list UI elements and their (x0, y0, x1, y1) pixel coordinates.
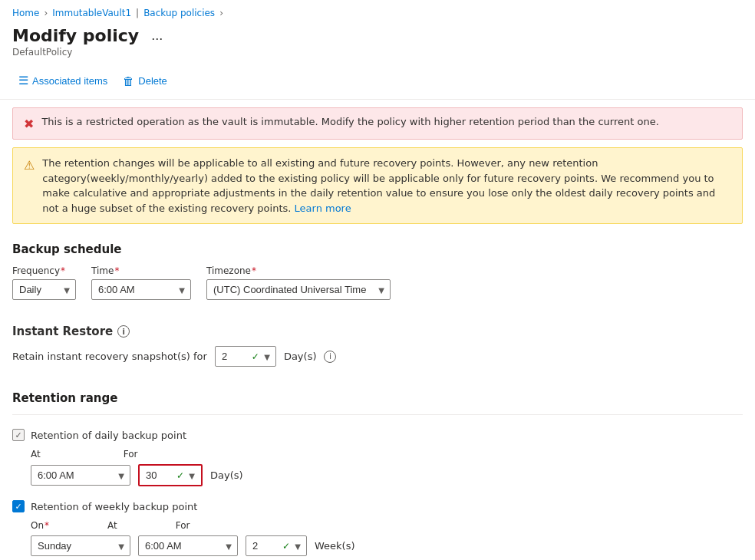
breadcrumb-vault[interactable]: ImmutableVault1 (52, 8, 131, 18)
weekly-on-select-wrapper: Sunday Monday Tuesday Wednesday Thursday… (31, 535, 130, 556)
retention-divider (12, 414, 743, 415)
weekly-retention-section: Retention of weekly backup point On* At … (0, 500, 755, 560)
snapshot-days-wrapper: 1 2 3 4 5 ✓ ▼ (215, 346, 276, 367)
timezone-select-wrapper: (UTC) Coordinated Universal Time (UTC-05… (206, 279, 391, 300)
days-info-icon[interactable]: i (324, 351, 336, 363)
daily-checkbox[interactable] (12, 429, 25, 441)
backup-schedule-section: Backup schedule Frequency* Daily Weekly … (0, 232, 755, 314)
associated-items-label: Associated items (32, 75, 107, 87)
weekly-inputs-row: Sunday Monday Tuesday Wednesday Thursday… (31, 535, 743, 556)
retention-range-title: Retention range (12, 391, 743, 405)
daily-retention-fields: At For 6:00 AM ▼ 30 ✓ ▼ Day(s) (31, 449, 743, 486)
error-icon: ✖ (24, 117, 34, 131)
breadcrumb-backup-policies[interactable]: Backup policies (143, 8, 215, 18)
timezone-select[interactable]: (UTC) Coordinated Universal Time (UTC-05… (206, 279, 391, 300)
days-unit-label: Day(s) (284, 351, 317, 362)
breadcrumb: Home › ImmutableVault1 | Backup policies… (0, 0, 755, 23)
weekly-at-select-wrapper: 6:00 AM ▼ (138, 535, 238, 556)
page-header: Modify policy ... (0, 23, 755, 47)
instant-restore-row: Retain instant recovery snapshot(s) for … (12, 346, 743, 367)
error-text: This is a restricted operation as the va… (41, 116, 658, 127)
daily-field-labels: At For (31, 449, 743, 460)
time-group: Time* 6:00 AM 12:00 PM 6:00 PM ▼ (91, 265, 191, 300)
delete-label: Delete (138, 75, 167, 87)
error-alert: ✖ This is a restricted operation as the … (12, 107, 743, 140)
daily-at-select[interactable]: 6:00 AM (31, 465, 130, 486)
daily-retention-section: Retention of daily backup point At For 6… (0, 424, 755, 500)
associated-items-button[interactable]: ☰ Associated items (12, 70, 114, 91)
time-label: Time* (91, 265, 191, 276)
weekly-retention-fields: On* At For Sunday Monday Tuesday Wednesd… (31, 520, 743, 556)
frequency-label: Frequency* (12, 265, 76, 276)
breadcrumb-home[interactable]: Home (12, 8, 39, 18)
snapshot-days-select[interactable]: 1 2 3 4 5 (215, 346, 276, 367)
toolbar: ☰ Associated items 🗑 Delete (0, 65, 755, 100)
frequency-select-wrapper: Daily Weekly ▼ (12, 279, 76, 300)
delete-icon: 🗑 (123, 74, 134, 87)
weekly-at-label: At (107, 520, 117, 531)
daily-at-label: At (31, 449, 41, 460)
schedule-form-row: Frequency* Daily Weekly ▼ Time* 6:00 AM … (12, 265, 743, 300)
page-title: Modify policy (12, 26, 139, 45)
daily-inputs-row: 6:00 AM ▼ 30 ✓ ▼ Day(s) (31, 464, 743, 486)
warning-icon: ⚠ (24, 156, 35, 175)
retain-label: Retain instant recovery snapshot(s) for (12, 351, 207, 362)
daily-for-label: For (124, 449, 138, 460)
page-subtitle: DefaultPolicy (0, 47, 755, 65)
more-options-button[interactable]: ... (147, 26, 167, 45)
daily-retention-label: Retention of daily backup point (31, 430, 186, 441)
weekly-field-labels: On* At For (31, 520, 743, 531)
daily-at-select-wrapper: 6:00 AM ▼ (31, 465, 130, 486)
weekly-for-wrapper: 2 ✓ ▼ (246, 535, 307, 556)
time-select-wrapper: 6:00 AM 12:00 PM 6:00 PM ▼ (91, 279, 191, 300)
list-icon: ☰ (18, 74, 28, 87)
delete-button[interactable]: 🗑 Delete (117, 71, 173, 91)
retention-range-section: Retention range (0, 380, 755, 424)
daily-for-select[interactable]: 30 (140, 466, 201, 485)
instant-restore-section: Instant Restore i Retain instant recover… (0, 314, 755, 380)
time-select[interactable]: 6:00 AM 12:00 PM 6:00 PM (91, 279, 191, 300)
weekly-checkbox[interactable] (12, 500, 25, 512)
weekly-on-label: On* (31, 520, 49, 531)
daily-for-wrapper: 30 ✓ ▼ (138, 464, 203, 486)
warning-alert: ⚠ The retention changes will be applicab… (12, 147, 743, 224)
weekly-on-select[interactable]: Sunday Monday Tuesday Wednesday Thursday… (31, 535, 130, 556)
daily-unit-label: Day(s) (210, 469, 243, 481)
daily-checkbox-row: Retention of daily backup point (12, 429, 743, 441)
weekly-checkbox-row: Retention of weekly backup point (12, 500, 743, 512)
backup-schedule-title: Backup schedule (12, 242, 743, 256)
frequency-group: Frequency* Daily Weekly ▼ (12, 265, 76, 300)
frequency-select[interactable]: Daily Weekly (12, 279, 76, 300)
weekly-retention-label: Retention of weekly backup point (31, 501, 197, 512)
weekly-unit-label: Week(s) (315, 540, 355, 552)
timezone-group: Timezone* (UTC) Coordinated Universal Ti… (206, 265, 391, 300)
instant-restore-title-text: Instant Restore (12, 324, 113, 338)
instant-restore-header: Instant Restore i (12, 324, 743, 338)
timezone-label: Timezone* (206, 265, 391, 276)
weekly-for-select[interactable]: 2 (246, 535, 307, 556)
weekly-at-select[interactable]: 6:00 AM (138, 535, 238, 556)
warning-text: The retention changes will be applicable… (42, 156, 731, 216)
weekly-for-label: For (176, 520, 190, 531)
instant-restore-info-icon[interactable]: i (117, 325, 130, 338)
learn-more-link[interactable]: Learn more (295, 203, 351, 214)
